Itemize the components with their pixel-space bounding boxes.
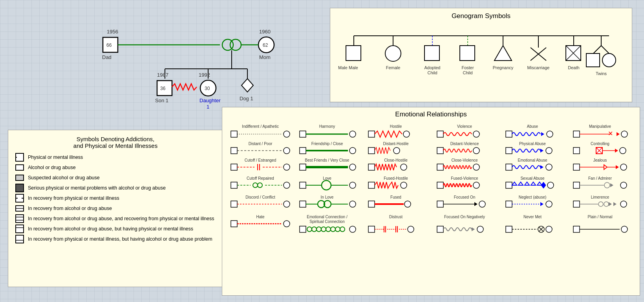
svg-rect-144 <box>573 164 580 170</box>
svg-marker-245 <box>472 227 475 231</box>
svg-point-162 <box>349 182 356 188</box>
svg-text:Close-Violence: Close-Violence <box>451 158 478 162</box>
svg-text:Controlling: Controlling <box>591 142 609 146</box>
svg-point-242 <box>408 226 414 232</box>
svg-marker-20 <box>242 79 253 92</box>
svg-text:Emotional Abuse: Emotional Abuse <box>518 158 547 162</box>
svg-rect-196 <box>368 201 375 207</box>
svg-point-208 <box>546 201 552 207</box>
svg-rect-81 <box>368 131 375 137</box>
daughter-label: Daughter <box>199 98 221 103</box>
svg-point-228 <box>326 227 331 232</box>
svg-rect-200 <box>437 201 443 207</box>
svg-text:1987: 1987 <box>157 72 168 78</box>
svg-marker-146 <box>604 165 607 169</box>
svg-text:Love: Love <box>323 176 331 180</box>
svg-marker-172 <box>518 182 523 185</box>
svg-point-230 <box>335 227 340 232</box>
addictions-title: Symbols Denoting Addictions, and Physica… <box>15 136 216 149</box>
svg-marker-215 <box>613 202 617 206</box>
dog-label: Dog 1 <box>240 96 253 101</box>
svg-point-138 <box>473 164 479 170</box>
svg-rect-105 <box>368 147 375 154</box>
svg-text:Harmony: Harmony <box>319 124 335 129</box>
genogram-symbols-panel: Genogram Symbols Male Male Female Adopte… <box>330 8 632 102</box>
svg-text:Death: Death <box>568 65 579 70</box>
svg-text:Neglect (abuse): Neglect (abuse) <box>519 195 547 199</box>
svg-point-246 <box>477 226 483 232</box>
svg-rect-91 <box>573 131 580 137</box>
addiction-row-6: In recovery from alcohol or drug abuse <box>15 204 216 213</box>
svg-text:Sexual Abuse: Sexual Abuse <box>520 176 545 180</box>
svg-rect-185 <box>231 201 237 207</box>
svg-text:Violence: Violence <box>457 124 472 129</box>
addiction-row-1: Physical or mental illness <box>15 153 216 162</box>
svg-rect-108 <box>437 147 443 154</box>
svg-line-50 <box>593 46 601 53</box>
svg-point-135 <box>401 164 407 170</box>
svg-rect-167 <box>437 182 443 188</box>
svg-rect-58 <box>16 175 24 180</box>
svg-rect-170 <box>506 182 512 188</box>
svg-text:Manipulative: Manipulative <box>589 124 611 129</box>
svg-point-89 <box>547 131 553 137</box>
svg-rect-111 <box>506 147 512 154</box>
svg-point-183 <box>620 182 627 188</box>
svg-line-51 <box>601 46 609 53</box>
svg-text:62: 62 <box>263 42 268 48</box>
svg-marker-94 <box>617 132 620 136</box>
svg-text:Adopted: Adopted <box>424 65 441 70</box>
svg-rect-189 <box>300 201 306 207</box>
svg-rect-84 <box>437 131 443 137</box>
svg-rect-59 <box>16 184 24 192</box>
svg-point-212 <box>598 202 603 206</box>
svg-text:Focused On: Focused On <box>454 195 475 199</box>
svg-point-226 <box>317 227 321 232</box>
svg-text:✕: ✕ <box>608 130 613 137</box>
svg-rect-210 <box>573 201 580 207</box>
svg-point-160 <box>322 180 331 190</box>
svg-rect-234 <box>368 226 375 232</box>
svg-text:Male: Male <box>349 65 358 70</box>
svg-text:Cutoff Repaired: Cutoff Repaired <box>247 176 274 180</box>
svg-point-257 <box>621 226 628 232</box>
svg-marker-38 <box>494 46 512 61</box>
svg-text:Twins: Twins <box>596 71 607 76</box>
svg-point-229 <box>331 227 335 232</box>
svg-point-213 <box>604 202 609 206</box>
addictions-panel: Symbols Denoting Addictions, and Physica… <box>8 130 223 287</box>
genogram-symbols-title: Genogram Symbols <box>334 12 628 20</box>
svg-text:Jealous: Jealous <box>593 158 607 162</box>
svg-text:1992: 1992 <box>199 72 210 78</box>
svg-point-231 <box>340 227 345 232</box>
svg-rect-34 <box>460 46 475 61</box>
svg-point-103 <box>349 147 356 154</box>
svg-point-142 <box>546 164 552 170</box>
emotional-relationships-title: Emotional Relationships <box>227 110 635 118</box>
svg-point-227 <box>321 227 326 232</box>
svg-point-224 <box>307 227 312 232</box>
svg-marker-141 <box>540 165 543 169</box>
svg-text:Fused-Hostile: Fused-Hostile <box>384 176 408 180</box>
svg-point-198 <box>404 201 411 207</box>
svg-point-253 <box>546 226 552 232</box>
svg-text:Fused-Violence: Fused-Violence <box>451 176 478 180</box>
svg-point-109 <box>473 147 479 154</box>
svg-text:Fan / Admirer: Fan / Admirer <box>588 176 612 180</box>
svg-text:66: 66 <box>106 42 112 48</box>
svg-point-132 <box>349 164 356 170</box>
mom-year: 1960 <box>259 29 271 35</box>
svg-point-95 <box>621 131 628 137</box>
svg-text:Spiritual Connection: Spiritual Connection <box>309 219 345 224</box>
svg-rect-65 <box>16 215 24 223</box>
svg-text:Cutoff / Estranged: Cutoff / Estranged <box>245 158 276 162</box>
svg-text:Foster: Foster <box>461 65 474 70</box>
svg-rect-101 <box>300 147 306 154</box>
svg-rect-137 <box>437 164 443 170</box>
svg-point-53 <box>602 53 616 67</box>
svg-point-106 <box>393 147 400 154</box>
svg-point-220 <box>284 221 290 227</box>
son-label: Son 1 <box>155 98 168 103</box>
svg-marker-174 <box>531 182 536 185</box>
svg-point-168 <box>473 182 479 188</box>
